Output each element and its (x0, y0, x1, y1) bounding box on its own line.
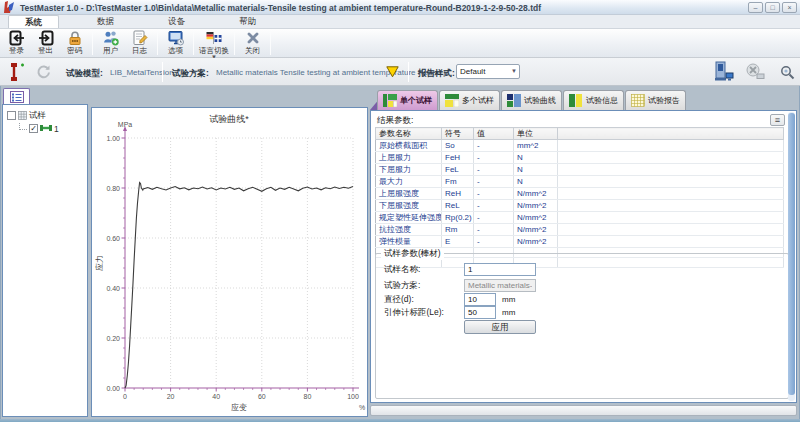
multi-specimen-icon (445, 94, 459, 107)
field-input-3[interactable] (464, 293, 496, 306)
new-specimen-icon[interactable] (8, 62, 24, 82)
field-input-2 (464, 279, 536, 292)
table-row[interactable]: 上屈服力FeH-N (376, 152, 784, 164)
table-row[interactable]: 上屈服强度ReH-N/mm^2 (376, 188, 784, 200)
tree-connector (19, 123, 27, 130)
tab-label: 试验报告 (648, 95, 680, 106)
svg-text:0.60: 0.60 (106, 235, 120, 242)
close-app-icon (245, 30, 261, 46)
info-tab-icon (569, 94, 583, 107)
checkbox-checked[interactable]: ✓ (29, 124, 38, 133)
report-style-value: Default (460, 67, 485, 76)
login-button[interactable]: 登录 (2, 29, 31, 57)
table-cell: 抗拉强度 (376, 224, 442, 236)
svg-text:40: 40 (212, 393, 220, 400)
tab-label: 试验信息 (586, 95, 618, 106)
specimen-form: 试样参数(棒材) 应用 试样名称:试验方案:直径(d):mm引伸计标距(Le):… (375, 253, 789, 399)
search-settings-icon[interactable] (780, 65, 795, 80)
column-header: 单位 (514, 128, 558, 140)
ribbon-button-label: 登录 (9, 46, 24, 55)
logout-button[interactable]: 登出 (31, 29, 60, 57)
minimize-button[interactable]: – (748, 2, 763, 13)
ribbon-button-label: 密码 (67, 46, 82, 55)
menu-tab-4[interactable]: 帮助 (223, 15, 272, 28)
svg-text:0.80: 0.80 (106, 185, 120, 192)
svg-text:应力: 应力 (95, 255, 104, 271)
menu-bar: 系统数据设备帮助 (0, 15, 800, 29)
table-row[interactable]: 下屈服强度ReL-N/mm^2 (376, 200, 784, 212)
scheme-label: 试验方案: (172, 68, 209, 80)
refresh-icon[interactable] (36, 64, 51, 79)
tab-2-多个试样[interactable]: 多个试样 (439, 90, 500, 110)
checkbox-unchecked[interactable] (7, 111, 16, 120)
vertical-scrollbar[interactable] (788, 112, 795, 401)
close-button[interactable]: × (782, 2, 797, 13)
log-button[interactable]: 日志 (125, 29, 154, 57)
apply-button[interactable]: 应用 (464, 320, 536, 334)
table-row[interactable]: 原始横截面积So-mm^2 (376, 140, 784, 152)
table-header-row: 参数名称符号值单位 (376, 128, 784, 140)
field-input-4[interactable] (464, 306, 496, 319)
window-title: TestMaster 1.0 - D:\TestMaster 1.0\Bin\d… (20, 3, 541, 13)
stress-strain-curve (125, 183, 353, 389)
menu-tab-3[interactable]: 设备 (152, 15, 201, 28)
user-add-button[interactable]: 用户 (96, 29, 125, 57)
password-button[interactable]: 密码 (60, 29, 89, 57)
toolbar-separator (157, 31, 158, 55)
table-row[interactable]: 规定塑性延伸强度Rp(0.2)-N/mm^2 (376, 212, 784, 224)
table-cell: 最大力 (376, 176, 442, 188)
tab-label: 试验曲线 (524, 95, 556, 106)
svg-text:0: 0 (123, 393, 127, 400)
table-cell: E (442, 236, 474, 248)
tree-item-试样[interactable]: 试样 (3, 109, 87, 122)
scrollbar-thumb[interactable] (788, 113, 795, 395)
machine-icon[interactable] (714, 61, 734, 82)
table-cell: 规定塑性延伸强度 (376, 212, 442, 224)
table-cell (558, 176, 784, 188)
unit-label: mm (502, 308, 515, 317)
restore-button[interactable]: □ (765, 2, 780, 13)
tab-1-单个试样[interactable]: 单个试样 (377, 90, 438, 110)
table-cell: 原始横截面积 (376, 140, 442, 152)
table-cell: N/mm^2 (514, 224, 558, 236)
column-header: 符号 (442, 128, 474, 140)
close-app-button[interactable]: 关闭 (238, 29, 267, 57)
table-cell: N (514, 176, 558, 188)
tab-label: 单个试样 (400, 95, 432, 106)
menu-tab-1[interactable]: 系统 (8, 15, 59, 28)
specimen-list-tab[interactable] (3, 88, 30, 105)
results-label: 结果参数: (377, 115, 413, 127)
options-button[interactable]: 选项 (161, 29, 190, 57)
model-label: 试验模型: (66, 68, 103, 80)
toolbar-separator (92, 31, 93, 55)
form-row: 试样名称: (384, 263, 536, 276)
table-row[interactable]: 下屈服力FeL-N (376, 164, 784, 176)
menu-tab-2[interactable]: 数据 (81, 15, 130, 28)
ribbon-button-label: 用户 (103, 46, 118, 55)
menu-icon[interactable]: ≡ (770, 114, 785, 126)
table-cell: - (474, 140, 514, 152)
tab-5-试验报告[interactable]: 试验报告 (625, 90, 686, 110)
tab-3-试验曲线[interactable]: 试验曲线 (501, 90, 562, 110)
language-button[interactable]: 语言切换▼ (197, 29, 231, 57)
table-row[interactable]: 最大力Fm-N (376, 176, 784, 188)
specimen-form-title: 试样参数(棒材) (381, 248, 444, 260)
table-cell: Rm (442, 224, 474, 236)
table-cell: ReH (442, 188, 474, 200)
field-input-1[interactable] (464, 263, 536, 276)
tree-item-1[interactable]: ✓1 (3, 122, 87, 135)
svg-text:0.00: 0.00 (106, 385, 120, 392)
svg-text:1.00: 1.00 (106, 135, 120, 142)
table-cell: N (514, 152, 558, 164)
report-style-select[interactable]: Default ▼ (456, 64, 520, 79)
table-row[interactable]: 弹性模量E-N/mm^2 (376, 236, 784, 248)
table-row[interactable]: 抗拉强度Rm-N/mm^2 (376, 224, 784, 236)
ribbon-button-label: 选项 (168, 46, 183, 55)
tab-4-试验信息[interactable]: 试验信息 (563, 90, 624, 110)
svg-text:100: 100 (347, 393, 359, 400)
table-cell: 下屈服力 (376, 164, 442, 176)
horizontal-scrollbar[interactable] (370, 405, 797, 416)
filter-funnel-icon[interactable] (386, 66, 399, 78)
table-cell: N (514, 164, 558, 176)
specimen-tree-panel: 试样✓1 (2, 104, 88, 417)
